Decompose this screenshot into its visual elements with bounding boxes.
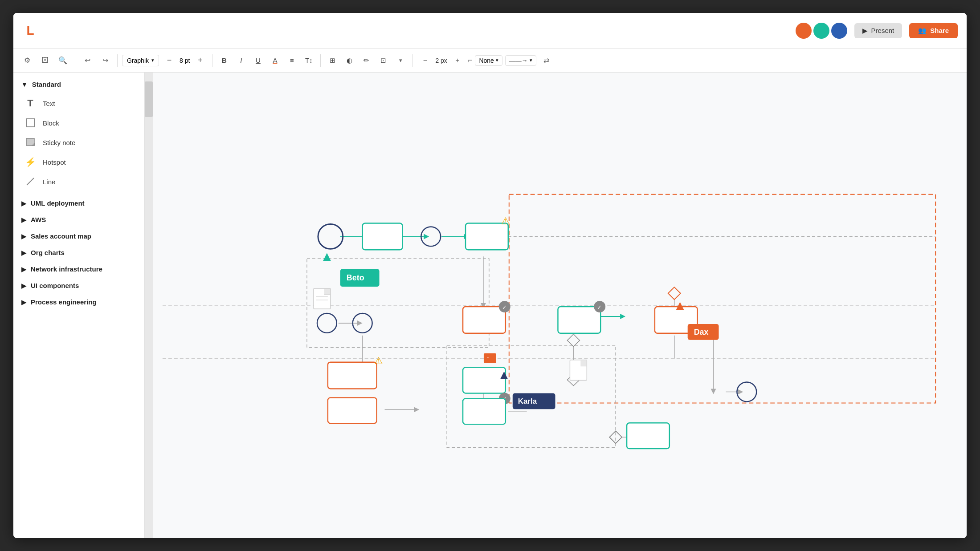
font-size-control: 8 pt [180,57,190,64]
px-minus-button[interactable]: − [417,53,433,68]
chevron-right-ui: ▶ [21,282,26,289]
svg-rect-70 [484,353,496,363]
main-area: ▼ Standard T Text Block [13,73,967,538]
svg-marker-20 [360,363,365,369]
svg-rect-69 [328,397,377,423]
line-style-select[interactable]: None ▾ [475,55,502,66]
svg-text:Beto: Beto [347,273,364,282]
arrow-style-select[interactable]: ——→ ▾ [505,55,536,66]
svg-point-80 [737,382,756,402]
avatar-1 [796,23,812,39]
sidebar-item-line[interactable]: Line [13,172,144,191]
svg-marker-9 [363,234,368,239]
pen-button[interactable]: ✏ [359,53,373,68]
chevron-right-sales: ▶ [21,233,26,240]
svg-rect-60 [558,307,600,333]
grid-button[interactable]: ⊞ [325,53,339,68]
sidebar-item-hotspot[interactable]: ⚡ Hotspot [13,152,144,172]
svg-point-61 [594,301,605,312]
underline-button[interactable]: U [251,53,265,68]
sidebar-item-sticky[interactable]: Sticky note [13,133,144,152]
svg-marker-13 [464,234,469,239]
svg-marker-18 [357,320,363,326]
svg-rect-0 [26,119,34,127]
align-button[interactable]: ≡ [285,53,299,68]
canvas-area[interactable]: ⚠ ▲ Beto ✓ [145,73,967,538]
settings-button[interactable]: ⚙ [20,53,35,68]
svg-rect-52 [314,288,331,309]
sidebar-section-org[interactable]: ▶ Org charts [13,244,144,261]
sidebar-section-uml[interactable]: ▶ UML deployment [13,195,144,211]
redo-button[interactable]: ↪ [98,53,113,68]
more-options-button[interactable]: ▾ [393,53,408,68]
svg-marker-26 [711,389,716,394]
arrow-style-label: ——→ [509,57,528,64]
share-button[interactable]: 👥 Share [909,23,958,38]
sidebar-item-text-label: Text [43,100,55,107]
svg-marker-33 [738,389,743,394]
present-icon: ▶ [862,27,868,35]
fill-button[interactable]: ◐ [342,53,356,68]
font-select[interactable]: Graphik ▾ [122,55,159,66]
sidebar-item-hotspot-label: Hotspot [43,158,66,166]
svg-text:▲: ▲ [320,249,334,263]
sidebar-section-network[interactable]: ▶ Network infrastructure [13,261,144,277]
undo-button[interactable]: ↩ [80,53,95,68]
sidebar-section-sales[interactable]: ▶ Sales account map [13,228,144,244]
svg-text:▲: ▲ [674,298,687,312]
sidebar-section-aws[interactable]: ▶ AWS [13,211,144,228]
svg-rect-50 [340,269,380,287]
svg-marker-34 [668,287,681,300]
svg-marker-38 [567,374,580,386]
svg-rect-81 [627,423,670,449]
present-button[interactable]: ▶ Present [854,23,902,38]
share-icon: 👥 [918,27,927,35]
user-avatars [796,23,847,39]
svg-rect-79 [570,360,587,381]
svg-text:✓: ✓ [502,304,507,311]
font-plus-button[interactable]: + [192,53,208,68]
swap-button[interactable]: ⇄ [539,53,554,68]
sidebar-section-process[interactable]: ▶ Process engineering [13,294,144,310]
font-color-button[interactable]: A [268,53,282,68]
svg-marker-35 [567,334,580,347]
italic-button[interactable]: I [234,53,248,68]
svg-text:Dax: Dax [694,328,709,336]
image-button[interactable]: 🖼 [37,53,53,68]
sidebar-section-standard[interactable]: ▼ Standard [13,77,144,92]
toolbar: ⚙ 🖼 🔍 ↩ ↪ Graphik ▾ − 8 pt + B I U A ≡ T… [13,49,967,73]
svg-line-2 [27,178,34,185]
svg-text:✓: ✓ [502,396,507,402]
svg-rect-5 [509,194,935,403]
hotspot-item-icon: ⚡ [24,156,37,168]
sidebar-standard-items: T Text Block Sticky note ⚡ [13,92,144,195]
sidebar-item-text[interactable]: T Text [13,93,144,113]
svg-marker-22 [620,314,625,319]
underline-label: U [256,57,261,64]
sidebar-section-standard-label: Standard [32,81,61,88]
svg-marker-37 [571,367,576,372]
search-button[interactable]: 🔍 [55,53,70,68]
image-edit-button[interactable]: ⊡ [376,53,390,68]
svg-point-73 [499,393,510,404]
line-item-icon [24,175,37,188]
toolbar-sep-2 [117,54,118,67]
chevron-down-icon-2: ▾ [496,57,498,63]
sidebar-item-block-label: Block [43,119,59,127]
bold-button[interactable]: B [217,53,231,68]
canvas-scrollbar[interactable] [145,73,153,538]
font-minus-button[interactable]: − [162,53,177,68]
svg-point-56 [353,313,372,333]
svg-rect-63 [655,307,698,333]
sidebar-item-block[interactable]: Block [13,113,144,133]
sidebar-section-ui[interactable]: ▶ UI components [13,277,144,294]
sidebar-section-network-label: Network infrastructure [31,265,102,273]
svg-rect-65 [688,324,719,340]
px-plus-button[interactable]: + [450,53,465,68]
svg-marker-16 [481,303,486,308]
chevron-down-icon: ▾ [151,57,154,63]
svg-rect-75 [463,398,506,424]
text-type-button[interactable]: T↕ [302,53,316,68]
sidebar-item-line-label: Line [43,178,55,186]
svg-point-58 [499,301,510,312]
